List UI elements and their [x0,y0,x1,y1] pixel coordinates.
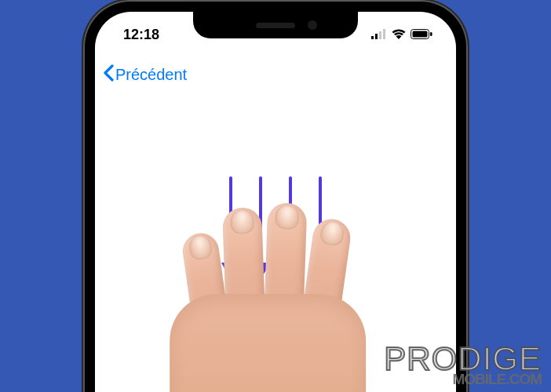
back-label: Précédent [115,66,187,84]
wifi-icon [392,27,406,43]
svg-rect-0 [371,36,374,39]
speaker-grille [256,23,295,28]
status-indicators [371,27,437,43]
hand-illustration [177,192,366,380]
nail [230,210,254,234]
nail [188,234,213,261]
phone-screen: 12:18 [95,12,456,392]
phone-bezel: 12:18 [91,8,460,392]
nail [319,220,345,247]
nail [275,205,299,230]
navigation-bar: Précédent [95,57,456,92]
svg-rect-2 [379,31,381,39]
svg-rect-6 [430,32,432,36]
chevron-left-icon [103,64,114,85]
svg-rect-5 [413,31,428,37]
gesture-content [95,98,456,392]
svg-rect-3 [383,29,385,39]
cellular-icon [371,27,387,43]
phone-frame: 12:18 [83,0,468,392]
svg-rect-1 [375,34,378,39]
notch [193,12,358,38]
palm [170,294,366,392]
front-camera [308,20,317,30]
status-time: 12:18 [114,27,159,43]
back-button[interactable]: Précédent [103,64,187,85]
battery-icon [411,27,432,43]
